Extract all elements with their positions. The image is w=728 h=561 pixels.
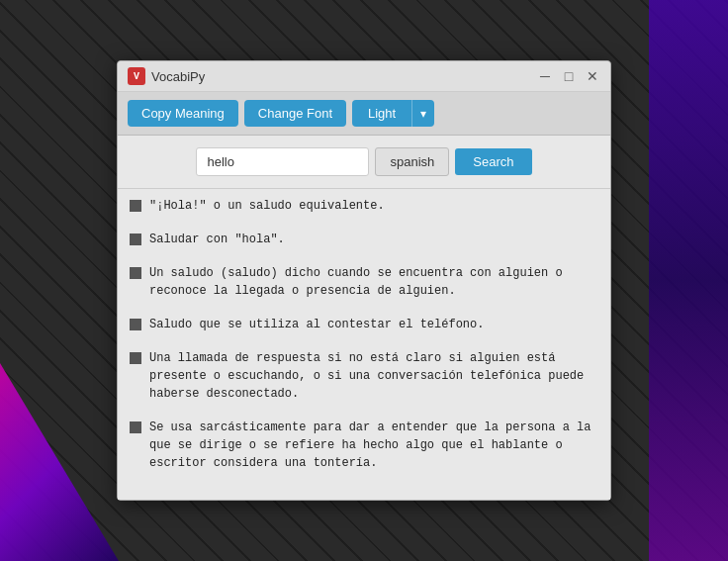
- theme-dropdown-arrow[interactable]: ▾: [411, 100, 434, 127]
- language-button[interactable]: spanish: [375, 147, 449, 176]
- minimize-button[interactable]: ─: [537, 68, 553, 84]
- copy-meaning-button[interactable]: Copy Meaning: [128, 100, 238, 127]
- meaning-text: Saludar con "hola".: [149, 231, 285, 248]
- meaning-text: Se usa sarcásticamente para dar a entend…: [149, 419, 598, 472]
- toolbar: Copy Meaning Change Font Light ▾: [118, 92, 610, 136]
- theme-dropdown-group: Light ▾: [352, 100, 434, 127]
- titlebar: V VocabiPy ─ □ ✕: [118, 61, 610, 92]
- app-window: V VocabiPy ─ □ ✕ Copy Meaning Change Fon…: [117, 60, 611, 501]
- meaning-text: Una llamada de respuesta si no está clar…: [149, 349, 598, 403]
- titlebar-controls: ─ □ ✕: [537, 68, 600, 84]
- maximize-button[interactable]: □: [561, 68, 577, 84]
- search-area: spanish Search: [118, 136, 610, 188]
- window-title: VocabiPy: [151, 69, 205, 84]
- meaning-text: "¡Hola!" o un saludo equivalente.: [149, 197, 385, 215]
- bullet-icon: [130, 267, 141, 279]
- meaning-item: Saludar con "hola".: [130, 231, 598, 248]
- meaning-item: "¡Hola!" o un saludo equivalente.: [130, 197, 598, 215]
- titlebar-left: V VocabiPy: [128, 67, 205, 85]
- meaning-text: Saludo que se utiliza al contestar el te…: [149, 316, 484, 333]
- meaning-item: Saludo que se utiliza al contestar el te…: [130, 316, 598, 333]
- bullet-icon: [130, 200, 141, 212]
- theme-button[interactable]: Light: [352, 100, 411, 127]
- search-input[interactable]: [196, 147, 369, 176]
- app-icon: V: [128, 67, 145, 85]
- close-button[interactable]: ✕: [585, 68, 600, 84]
- change-font-button[interactable]: Change Font: [244, 100, 346, 127]
- meaning-text: Un saludo (saludo) dicho cuando se encue…: [149, 264, 598, 300]
- bullet-icon: [130, 319, 141, 330]
- meaning-item: Se usa sarcásticamente para dar a entend…: [130, 419, 598, 472]
- bullet-icon: [130, 234, 141, 245]
- content-area: "¡Hola!" o un saludo equivalente.Saludar…: [118, 188, 610, 500]
- search-button[interactable]: Search: [455, 148, 531, 175]
- bullet-icon: [130, 421, 141, 433]
- bullet-icon: [130, 352, 141, 364]
- meaning-item: Un saludo (saludo) dicho cuando se encue…: [130, 264, 598, 300]
- meaning-item: Una llamada de respuesta si no está clar…: [130, 349, 598, 403]
